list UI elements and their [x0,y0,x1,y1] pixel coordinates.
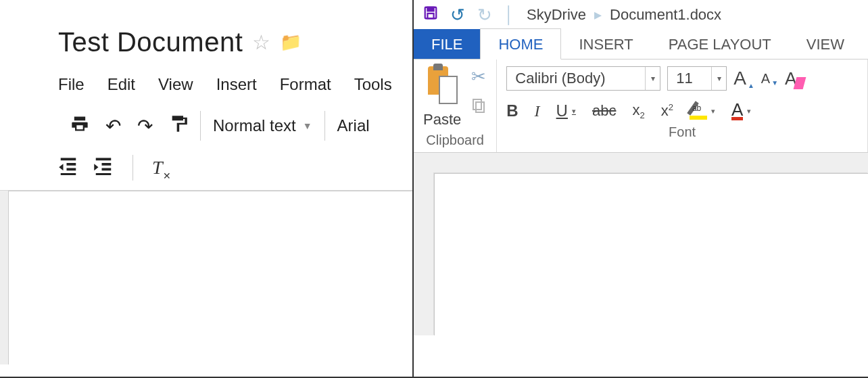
undo-icon[interactable]: ↺ [450,5,465,26]
save-icon[interactable] [423,5,438,24]
group-label-font: Font [669,124,696,140]
tab-file[interactable]: FILE [414,29,480,59]
paint-format-icon[interactable] [169,114,188,139]
separator: │ [504,5,514,24]
menu-format[interactable]: Format [280,75,331,94]
cut-icon[interactable]: ✂ [471,66,486,87]
canvas-area [0,190,412,364]
separator [132,155,133,181]
chevron-down-icon: ▾ [747,107,751,116]
paragraph-style-dropdown[interactable]: Normal text ▼ [213,116,312,135]
document-canvas[interactable] [8,191,412,364]
font-size-combo[interactable]: 11 ▾ [667,66,727,91]
breadcrumb-file: Document1.docx [610,6,721,24]
italic-button[interactable]: I [535,102,540,120]
font-size-value: 11 [668,70,700,87]
tab-home[interactable]: HOME [480,28,561,60]
decrease-indent-icon[interactable] [58,158,78,178]
star-icon[interactable]: ☆ [252,30,270,54]
print-icon[interactable] [70,114,89,138]
toolbar-row-2: T✕ [0,145,412,190]
canvas-area [414,153,868,335]
font-family-dropdown[interactable]: Arial [325,116,370,135]
paragraph-style-value: Normal text [213,116,296,135]
ribbon-tabs: FILE HOME INSERT PAGE LAYOUT VIEW [414,30,868,60]
chevron-down-icon: ▾ [711,67,726,90]
strikethrough-button[interactable]: abc [592,102,616,120]
clear-formatting-icon[interactable]: A [785,68,804,89]
font-color-icon: A [731,102,743,120]
font-color-button[interactable]: A ▾ [731,102,751,120]
underline-button[interactable]: U▾ [556,101,576,120]
chevron-right-icon: ▸ [594,6,602,24]
highlight-icon: ab [690,102,707,120]
text-highlight-button[interactable]: ab ▾ [690,102,715,120]
chevron-down-icon: ▾ [711,107,715,116]
title-bar: Test Document ☆ 📁 [0,0,412,67]
tab-view[interactable]: VIEW [789,29,862,59]
undo-icon[interactable]: ↶ [105,115,121,137]
google-docs-pane: Test Document ☆ 📁 File Edit View Insert … [0,0,414,378]
font-family-combo[interactable]: Calibri (Body) ▾ [506,66,660,91]
menu-tools[interactable]: Tools [354,75,392,94]
tab-page-layout[interactable]: PAGE LAYOUT [651,29,789,59]
tab-insert[interactable]: INSERT [561,29,650,59]
grow-font-icon[interactable]: A▲ [733,68,754,89]
svg-rect-1 [427,7,433,11]
subscript-button[interactable]: x2 [632,101,644,120]
paste-button[interactable]: Paste [423,66,461,128]
chevron-down-icon: ▾ [645,67,660,90]
menu-edit[interactable]: Edit [107,75,135,94]
svg-rect-3 [476,102,484,112]
folder-icon[interactable]: 📁 [280,32,302,53]
group-label-clipboard: Clipboard [426,133,484,148]
menu-file[interactable]: File [58,75,85,94]
document-title[interactable]: Test Document [58,27,243,57]
document-canvas[interactable] [434,173,868,335]
font-family-value: Calibri (Body) [507,70,613,87]
svg-rect-4 [473,99,481,110]
bold-button[interactable]: B [506,101,518,120]
increase-indent-icon[interactable] [93,158,114,178]
toolbar: ↶ ↷ Normal text ▼ Arial [0,106,412,145]
paste-icon [425,66,459,108]
redo-icon[interactable]: ↷ [137,115,153,137]
superscript-button[interactable]: x2 [661,102,673,120]
chevron-down-icon: ▼ [303,120,312,131]
breadcrumb[interactable]: SkyDrive ▸ Document1.docx [527,6,721,24]
ribbon-group-clipboard: Paste ✂ Clipboard [414,60,497,152]
menu-bar: File Edit View Insert Format Tools [0,67,412,106]
redo-icon[interactable]: ↻ [477,5,492,26]
breadcrumb-root: SkyDrive [527,6,586,24]
copy-icon[interactable] [471,97,487,118]
menu-insert[interactable]: Insert [216,75,257,94]
ribbon-group-font: Calibri (Body) ▾ 11 ▾ A▲ A▼ A B I U▾ abc [497,60,868,152]
shrink-font-icon[interactable]: A▼ [761,71,778,87]
clear-formatting-icon[interactable]: T✕ [152,157,163,179]
paste-label: Paste [423,111,461,128]
menu-view[interactable]: View [158,75,193,94]
ms-word-pane: ↺ ↻ │ SkyDrive ▸ Document1.docx FILE HOM… [414,0,868,378]
svg-rect-2 [427,14,433,18]
quick-access-toolbar: ↺ ↻ │ SkyDrive ▸ Document1.docx [414,0,868,30]
ribbon: Paste ✂ Clipboard Calibri (Body) [414,60,868,153]
